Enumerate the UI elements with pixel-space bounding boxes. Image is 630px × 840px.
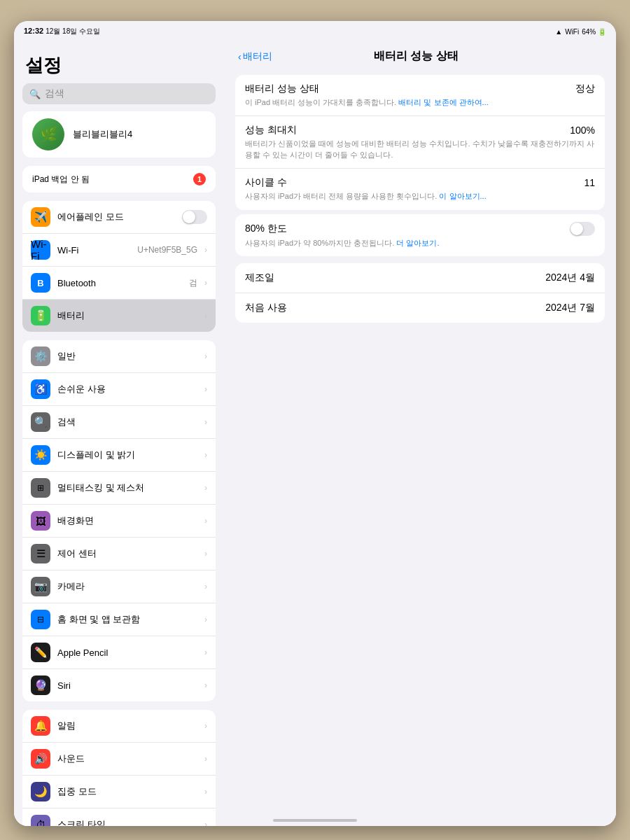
sidebar-item-camera[interactable]: 📷 카메라 ›: [22, 570, 216, 603]
sidebar-item-focus[interactable]: 🌙 집중 모드 ›: [22, 776, 216, 808]
detail-title: 배터리 성능 상태: [276, 49, 556, 64]
sidebar: 설정 🔍 검색 🌿 블리블리블리4 iPad 백업 안 됨 1: [14, 42, 224, 826]
wallpaper-icon: 🖼: [31, 511, 50, 531]
camera-icon: 📷: [31, 577, 50, 596]
sidebar-item-search[interactable]: 🔍 검색 ›: [22, 406, 216, 439]
sidebar-item-control[interactable]: ☰ 제어 센터 ›: [22, 538, 216, 570]
signal-icon: ▲: [555, 28, 562, 36]
wifi-chevron: ›: [204, 245, 207, 255]
sidebar-item-display[interactable]: ☀️ 디스플레이 및 밝기 ›: [22, 439, 216, 472]
battery-icon-sidebar: 🔋: [31, 306, 50, 326]
battery-label: 배터리: [57, 309, 197, 322]
search-icon: 🔍: [29, 89, 41, 99]
max-capacity-value: 100%: [570, 125, 595, 136]
limit-link[interactable]: 더 알아보기.: [396, 239, 439, 247]
sidebar-item-airplane[interactable]: ✈️ 에어플레인 모드: [22, 201, 216, 234]
max-capacity-row: 성능 최대치 100% 배터리가 신품이었을 때에 성능에 대비한 배터리 성능…: [235, 116, 605, 169]
cycle-count-link[interactable]: 이 알아보기...: [439, 192, 486, 200]
bluetooth-icon: B: [31, 273, 50, 293]
battery-status-label: 배터리 성능 상태: [245, 83, 319, 95]
accessibility-icon: ♿: [31, 379, 50, 399]
battery-status-value: 정상: [575, 83, 595, 95]
sidebar-title: 설정: [14, 49, 224, 83]
sidebar-item-general[interactable]: ⚙️ 일반 ›: [22, 340, 216, 373]
focus-label: 집중 모드: [57, 785, 197, 798]
display-icon: ☀️: [31, 445, 50, 465]
notifications-group: 🔔 알림 › 🔊 사운드 › 🌙 집중 모드 › ⏱ 스크린 타임: [22, 710, 216, 826]
avatar: 🌿: [32, 118, 64, 150]
bluetooth-value: 검: [189, 277, 197, 289]
profile-card[interactable]: 🌿 블리블리블리4: [22, 111, 216, 158]
limit-sub: 사용자의 iPad가 약 80%까지만 충전됩니다. 더 알아보기.: [245, 238, 595, 248]
manufacture-label: 제조일: [245, 272, 274, 284]
sound-label: 사운드: [57, 752, 197, 765]
sidebar-item-pencil[interactable]: ✏️ Apple Pencil ›: [22, 636, 216, 669]
search-settings-icon: 🔍: [31, 412, 50, 432]
search-label: 검색: [57, 416, 197, 428]
focus-icon: 🌙: [31, 782, 50, 802]
battery-status-row: 배터리 성능 상태 정상 이 iPad 배터리 성능이 가대치를 충족합니다. …: [235, 75, 605, 116]
wifi-icon: WiFi: [565, 28, 579, 36]
search-box[interactable]: 🔍 검색: [22, 83, 216, 104]
battery-status-section: 배터리 성능 상태 정상 이 iPad 배터리 성능이 가대치를 충족합니다. …: [235, 75, 605, 210]
backup-label: iPad 백업 안 됨: [32, 174, 90, 186]
bluetooth-chevron: ›: [204, 278, 207, 288]
sidebar-item-screentime[interactable]: ⏱ 스크린 타임 ›: [22, 808, 216, 826]
limit-row: 80% 한도 사용자의 iPad가 약 80%까지만 충전됩니다. 더 알아보기…: [235, 214, 605, 256]
firstuse-value: 2024년 7월: [545, 302, 595, 314]
sidebar-item-multitask[interactable]: ⊞ 멀티태스킹 및 제스처 ›: [22, 472, 216, 505]
manufacture-row: 제조일 2024년 4월: [235, 263, 605, 293]
general-group: ⚙️ 일반 › ♿ 손쉬운 사용 › 🔍 검색 › ☀️ 디스플레이 및 밝기: [22, 340, 216, 701]
search-placeholder: 검색: [45, 88, 64, 100]
cycle-count-sub: 사용자의 iPad가 배터리 전체 용량을 사용한 횟수입니다. 이 알아보기.…: [245, 191, 595, 202]
limit-toggle[interactable]: [570, 222, 595, 236]
multitask-label: 멀티태스킹 및 제스처: [57, 482, 197, 494]
bluetooth-label: Bluetooth: [57, 278, 182, 288]
sidebar-item-siri[interactable]: 🔮 Siri ›: [22, 669, 216, 701]
firstuse-label: 처음 사용: [245, 302, 287, 314]
back-button[interactable]: ‹ 배터리: [238, 50, 272, 63]
back-label: 배터리: [243, 50, 272, 63]
homescreen-icon: ⊟: [31, 610, 50, 629]
max-capacity-label: 성능 최대치: [245, 124, 297, 136]
battery-chevron: ›: [204, 311, 207, 321]
backup-badge: 1: [193, 173, 206, 186]
sidebar-item-wallpaper[interactable]: 🖼 배경화면 ›: [22, 505, 216, 538]
control-icon: ☰: [31, 544, 50, 564]
home-indicator: [273, 819, 357, 822]
screentime-icon: ⏱: [31, 815, 50, 826]
airplane-toggle[interactable]: [182, 210, 207, 224]
general-icon: ⚙️: [31, 346, 50, 366]
battery-status-link[interactable]: 배터리 및 보존에 관하여...: [398, 98, 488, 106]
sound-icon: 🔊: [31, 749, 50, 769]
firstuse-row: 처음 사용 2024년 7월: [235, 293, 605, 323]
cycle-count-row: 사이클 수 11 사용자의 iPad가 배터리 전체 용량을 사용한 횟수입니다…: [235, 169, 605, 209]
siri-icon: 🔮: [31, 676, 50, 695]
pencil-label: Apple Pencil: [57, 648, 197, 658]
detail-panel: ‹ 배터리 배터리 성능 상태 배터리 성능 상태 정상 이 iPad 배터리 …: [224, 42, 616, 826]
manufacture-value: 2024년 4월: [545, 272, 595, 284]
sidebar-item-bluetooth[interactable]: B Bluetooth 검 ›: [22, 267, 216, 300]
sidebar-item-homescreen[interactable]: ⊟ 홈 화면 및 앱 보관함 ›: [22, 603, 216, 636]
sidebar-item-wifi[interactable]: Wi-Fi Wi-Fi U+Net9F5B_5G ›: [22, 234, 216, 267]
sidebar-item-notif[interactable]: 🔔 알림 ›: [22, 710, 216, 743]
ipad-frame: 12:32 12월 18일 수요일 ▲ WiFi 64% 🔋 설정 🔍 검색 🌿…: [14, 21, 616, 826]
detail-header: ‹ 배터리 배터리 성능 상태: [224, 42, 616, 71]
wifi-icon: Wi-Fi: [31, 240, 50, 260]
homescreen-label: 홈 화면 및 앱 보관함: [57, 613, 197, 626]
cycle-count-value: 11: [584, 177, 595, 188]
sidebar-item-battery[interactable]: 🔋 배터리 ›: [22, 300, 216, 332]
pencil-icon: ✏️: [31, 643, 50, 662]
max-capacity-sub: 배터리가 신품이었을 때에 성능에 대비한 배터리 성능 수치입니다. 수치가 …: [245, 139, 595, 160]
status-bar: 12:32 12월 18일 수요일 ▲ WiFi 64% 🔋: [14, 21, 616, 42]
control-label: 제어 센터: [57, 547, 197, 560]
cycle-count-label: 사이클 수: [245, 176, 287, 189]
sidebar-item-sound[interactable]: 🔊 사운드 ›: [22, 743, 216, 776]
sidebar-item-accessibility[interactable]: ♿ 손쉬운 사용 ›: [22, 373, 216, 406]
wallpaper-label: 배경화면: [57, 514, 197, 527]
airplane-label: 에어플레인 모드: [57, 211, 175, 223]
accessibility-label: 손쉬운 사용: [57, 383, 197, 396]
backup-warning[interactable]: iPad 백업 안 됨 1: [22, 166, 216, 192]
status-icons: ▲ WiFi 64% 🔋: [555, 28, 606, 36]
wifi-label: Wi-Fi: [57, 245, 130, 255]
